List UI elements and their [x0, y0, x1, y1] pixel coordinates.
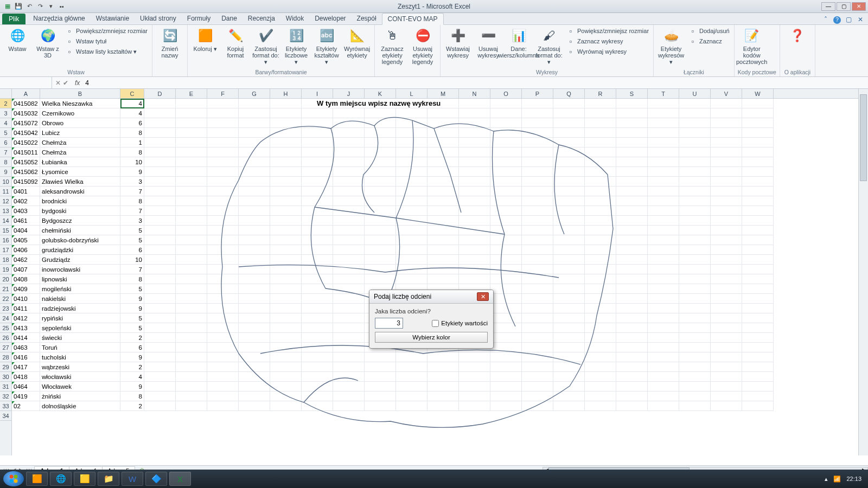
cell[interactable] [711, 177, 742, 187]
cell[interactable] [176, 245, 207, 255]
cell[interactable] [365, 372, 396, 382]
cell[interactable] [490, 274, 522, 284]
cell[interactable] [585, 304, 616, 313]
cell[interactable] [490, 206, 522, 216]
cell[interactable] [711, 216, 742, 226]
column-header[interactable]: O [490, 89, 522, 98]
cell[interactable] [490, 147, 522, 157]
cell[interactable] [396, 99, 427, 108]
cell[interactable] [427, 206, 459, 216]
cell[interactable] [333, 343, 365, 352]
cell[interactable] [679, 118, 711, 128]
cell[interactable] [648, 372, 679, 382]
cell[interactable] [270, 206, 302, 216]
cell[interactable] [616, 304, 648, 313]
cell[interactable] [365, 108, 396, 118]
column-header[interactable]: T [648, 89, 679, 98]
cell[interactable]: golubsko-dobrzyński [40, 235, 120, 245]
cell[interactable] [270, 362, 302, 372]
start-button[interactable] [3, 471, 24, 486]
cell[interactable] [648, 304, 679, 313]
column-header[interactable]: I [302, 89, 333, 98]
cell[interactable] [742, 128, 774, 138]
ribbon-button[interactable]: 🖱Zaznacz etykiety legendy [378, 26, 406, 66]
cell[interactable]: Obrowo [40, 118, 120, 128]
cell[interactable] [144, 187, 176, 196]
ribbon-small-button[interactable]: ▫Zaznacz wykresy [565, 36, 650, 46]
cell[interactable]: 02 [12, 401, 40, 411]
vertical-scrollbar[interactable] [858, 89, 868, 455]
cell[interactable] [302, 362, 333, 372]
cell[interactable] [365, 352, 396, 362]
cell[interactable] [490, 333, 522, 343]
cell[interactable] [490, 255, 522, 265]
cell[interactable] [427, 216, 459, 226]
cell[interactable] [270, 167, 302, 177]
cell[interactable] [144, 391, 176, 401]
cell[interactable] [239, 265, 270, 274]
cell[interactable] [585, 177, 616, 187]
row-header[interactable]: 6 [0, 138, 11, 147]
cell[interactable] [239, 157, 270, 167]
cell[interactable] [522, 372, 553, 382]
cell[interactable] [711, 265, 742, 274]
cell[interactable] [239, 255, 270, 265]
cell[interactable] [711, 343, 742, 352]
cell[interactable] [711, 138, 742, 147]
cell[interactable] [176, 313, 207, 323]
ribbon-button[interactable]: 🔄Zmień nazwy [156, 26, 184, 60]
cell[interactable] [459, 226, 490, 235]
cell[interactable] [679, 304, 711, 313]
cell[interactable]: włocławski [40, 372, 120, 382]
cell[interactable] [144, 304, 176, 313]
cell[interactable] [459, 372, 490, 382]
cell[interactable] [648, 245, 679, 255]
cell[interactable] [553, 147, 585, 157]
cell[interactable] [207, 323, 239, 333]
row-header[interactable]: 25 [0, 323, 11, 333]
cell[interactable] [144, 108, 176, 118]
cell[interactable] [333, 118, 365, 128]
cell[interactable] [553, 274, 585, 284]
cell[interactable] [616, 274, 648, 284]
cell[interactable] [270, 118, 302, 128]
cell[interactable] [207, 118, 239, 128]
cell[interactable] [585, 294, 616, 304]
cell[interactable] [490, 196, 522, 206]
cell[interactable] [144, 216, 176, 226]
cell[interactable]: 0409 [12, 284, 40, 294]
cell[interactable] [207, 304, 239, 313]
cell[interactable] [490, 167, 522, 177]
cell[interactable] [742, 343, 774, 352]
cell[interactable] [333, 401, 365, 411]
cell[interactable] [333, 323, 365, 333]
cell[interactable]: świecki [40, 333, 120, 343]
cell[interactable] [679, 362, 711, 372]
cell[interactable] [679, 187, 711, 196]
column-header[interactable]: L [396, 89, 427, 98]
cell[interactable] [490, 118, 522, 128]
taskbar-app-6[interactable]: 🔷 [145, 472, 167, 486]
cell[interactable] [616, 206, 648, 216]
cell[interactable]: 1 [120, 138, 144, 147]
cell[interactable] [144, 323, 176, 333]
cell[interactable] [270, 401, 302, 411]
cell[interactable] [679, 108, 711, 118]
cell[interactable] [144, 235, 176, 245]
cell[interactable] [679, 352, 711, 362]
cell[interactable] [365, 147, 396, 157]
cell[interactable] [711, 372, 742, 382]
cell[interactable]: Toruń [40, 343, 120, 352]
cell[interactable] [490, 391, 522, 401]
cell[interactable] [616, 372, 648, 382]
cell[interactable] [522, 245, 553, 255]
cell[interactable] [742, 333, 774, 343]
row-header[interactable]: 17 [0, 245, 11, 255]
cell[interactable] [207, 177, 239, 187]
cell[interactable] [648, 187, 679, 196]
cell[interactable] [490, 362, 522, 372]
cell[interactable] [176, 352, 207, 362]
cell[interactable] [711, 294, 742, 304]
cell[interactable] [302, 196, 333, 206]
cell[interactable] [553, 265, 585, 274]
